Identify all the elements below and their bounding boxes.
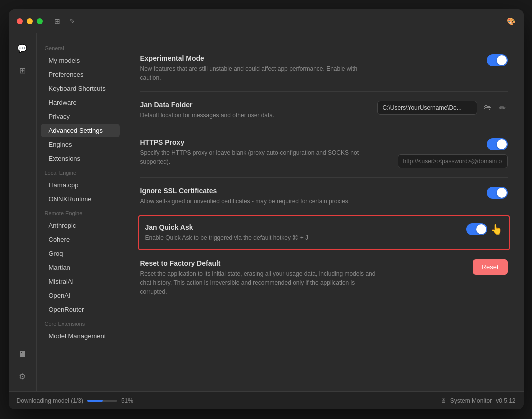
sidebar-item-mistralai[interactable]: MistralAI	[41, 275, 120, 288]
jan-data-folder-desc: Default location for messages and other …	[140, 111, 369, 120]
grid-icon[interactable]: ⊞	[53, 17, 62, 26]
remote-engine-section-label: Remote Engine	[37, 206, 124, 218]
monitor-icon: 🖥	[440, 398, 446, 404]
jan-data-folder-input[interactable]	[377, 101, 477, 115]
jan-quick-ask-toggle[interactable]	[466, 224, 487, 236]
experimental-mode-desc: New features that are still unstable and…	[140, 64, 380, 82]
jan-data-folder-control: 🗁 ✏	[377, 101, 508, 115]
sidebar-item-openrouter[interactable]: OpenRouter	[41, 303, 120, 316]
jan-quick-ask-desc-text: Enable Quick Ask to be triggered via the…	[145, 234, 291, 242]
ignore-ssl-control	[487, 187, 508, 199]
ignore-ssl-desc: Allow self-signed or unverified certific…	[140, 197, 380, 206]
statusbar-right: 🖥 System Monitor v0.5.12	[440, 398, 516, 404]
ignore-ssl-toggle[interactable]	[487, 187, 508, 199]
experimental-mode-title: Experimental Mode	[140, 54, 479, 62]
maximize-button[interactable]	[37, 18, 43, 24]
progress-bar-background	[87, 400, 117, 402]
settings-icon[interactable]: ⚙	[13, 368, 31, 386]
folder-edit-icon[interactable]: ✏	[497, 102, 508, 115]
sidebar-item-extensions[interactable]: Extensions	[41, 152, 120, 166]
experimental-mode-row: Experimental Mode New features that are …	[140, 46, 508, 92]
apps-icon[interactable]: ⊞	[13, 62, 31, 80]
sidebar-item-my-models[interactable]: My models	[41, 54, 120, 68]
https-proxy-row: HTTPS Proxy Specify the HTTPS proxy or l…	[140, 130, 508, 178]
hand-cursor-icon: 👆	[490, 224, 503, 236]
core-extensions-section-label: Core Extensions	[37, 317, 124, 329]
https-proxy-toggle[interactable]	[487, 138, 508, 150]
sidebar-item-advanced-settings[interactable]: Advanced Settings	[41, 124, 120, 138]
downloading-label: Downloading model (1/3)	[17, 398, 83, 404]
titlebar-right: 🎨	[507, 17, 516, 26]
sidebar-item-anthropic[interactable]: Anthropic	[41, 219, 120, 232]
experimental-mode-info: Experimental Mode New features that are …	[140, 54, 479, 82]
jan-data-folder-info: Jan Data Folder Default location for mes…	[140, 101, 369, 120]
jan-quick-ask-hotkey: ⌘ + J	[292, 234, 308, 242]
jan-quick-ask-control: 👆	[466, 224, 503, 236]
ignore-ssl-title: Ignore SSL Certificates	[140, 187, 479, 195]
icon-rail-bottom: 🖥 ⚙	[13, 346, 31, 386]
jan-quick-ask-title: Jan Quick Ask	[145, 224, 458, 232]
pencil-icon[interactable]: ✎	[68, 17, 77, 26]
https-proxy-info: HTTPS Proxy Specify the HTTPS proxy or l…	[140, 138, 390, 166]
sidebar-item-onnx-runtime[interactable]: ONNXRuntime	[41, 192, 120, 206]
sidebar-item-hardware[interactable]: Hardware	[41, 96, 120, 110]
system-monitor-label[interactable]: System Monitor	[450, 398, 492, 404]
ignore-ssl-info: Ignore SSL Certificates Allow self-signe…	[140, 187, 479, 206]
chat-icon[interactable]: 💬	[13, 40, 31, 58]
reset-factory-title: Reset to Factory Default	[140, 260, 465, 268]
icon-rail: 💬 ⊞ 🖥 ⚙	[9, 34, 37, 392]
sidebar-item-llama-cpp[interactable]: Llama.cpp	[41, 178, 120, 192]
reset-factory-desc: Reset the application to its initial sta…	[140, 270, 380, 296]
experimental-mode-control	[487, 54, 508, 66]
sidebar-item-groq[interactable]: Groq	[41, 247, 120, 260]
experimental-mode-toggle[interactable]	[487, 54, 508, 66]
sidebar-item-martian[interactable]: Martian	[41, 261, 120, 274]
statusbar: Downloading model (1/3) 51% 🖥 System Mon…	[9, 392, 524, 410]
settings-area: Experimental Mode New features that are …	[124, 34, 524, 392]
jan-data-folder-title: Jan Data Folder	[140, 101, 369, 109]
palette-icon[interactable]: 🎨	[507, 17, 516, 26]
jan-quick-ask-row: Jan Quick Ask Enable Quick Ask to be tri…	[138, 216, 510, 250]
jan-quick-ask-info: Jan Quick Ask Enable Quick Ask to be tri…	[145, 224, 458, 242]
https-proxy-desc: Specify the HTTPS proxy or leave blank (…	[140, 148, 380, 166]
reset-factory-info: Reset to Factory Default Reset the appli…	[140, 260, 465, 296]
sidebar-item-keyboard-shortcuts[interactable]: Keyboard Shortcuts	[41, 82, 120, 96]
sidebar-item-privacy[interactable]: Privacy	[41, 110, 120, 124]
version-label: v0.5.12	[496, 398, 515, 404]
https-proxy-title: HTTPS Proxy	[140, 138, 390, 146]
nav-sidebar: General My models Preferences Keyboard S…	[37, 34, 124, 392]
main-content: 💬 ⊞ 🖥 ⚙ General My models Preferences Ke…	[9, 34, 524, 392]
sidebar-item-engines[interactable]: Engines	[41, 138, 120, 152]
monitor-icon[interactable]: 🖥	[13, 346, 31, 364]
titlebar-icons: ⊞ ✎	[53, 17, 77, 26]
sidebar-item-preferences[interactable]: Preferences	[41, 68, 120, 82]
close-button[interactable]	[17, 18, 23, 24]
sidebar-item-model-management[interactable]: Model Management	[41, 330, 120, 343]
jan-quick-ask-desc: Enable Quick Ask to be triggered via the…	[145, 234, 385, 242]
titlebar: ⊞ ✎ 🎨	[9, 10, 524, 34]
https-proxy-control	[398, 138, 508, 168]
sidebar-item-cohere[interactable]: Cohere	[41, 233, 120, 246]
folder-open-icon[interactable]: 🗁	[481, 102, 493, 114]
ignore-ssl-row: Ignore SSL Certificates Allow self-signe…	[140, 178, 508, 216]
jan-data-folder-row: Jan Data Folder Default location for mes…	[140, 92, 508, 130]
minimize-button[interactable]	[27, 18, 33, 24]
https-proxy-input[interactable]	[398, 154, 508, 168]
local-engine-section-label: Local Engine	[37, 166, 124, 178]
sidebar-item-openai[interactable]: OpenAI	[41, 289, 120, 302]
reset-factory-row: Reset to Factory Default Reset the appli…	[140, 250, 508, 306]
app-window: ⊞ ✎ 🎨 💬 ⊞ 🖥 ⚙ General My models Preferen…	[9, 10, 524, 410]
general-section-label: General	[37, 42, 124, 54]
progress-bar-fill	[87, 400, 103, 402]
progress-percent: 51%	[121, 398, 133, 404]
progress-section: Downloading model (1/3) 51%	[17, 398, 133, 404]
reset-factory-control: Reset	[473, 260, 508, 275]
reset-button[interactable]: Reset	[473, 260, 508, 275]
